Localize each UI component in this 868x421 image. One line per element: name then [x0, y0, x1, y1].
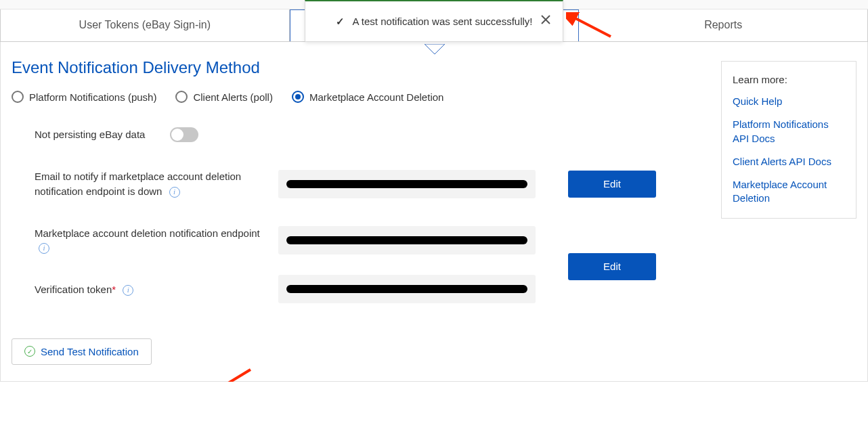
- token-label: Verification token* i: [35, 282, 278, 297]
- annotation-arrow: [566, 12, 613, 39]
- check-circle-icon: ✓: [24, 346, 35, 357]
- send-test-label: Send Test Notification: [41, 346, 139, 357]
- svg-marker-0: [425, 44, 445, 54]
- edit-email-button[interactable]: Edit: [568, 171, 656, 198]
- link-quick-help[interactable]: Quick Help: [733, 95, 845, 108]
- info-icon[interactable]: i: [39, 243, 49, 254]
- persist-label: Not persisting eBay data: [35, 127, 170, 142]
- email-label: Email to notify if marketplace account d…: [35, 169, 278, 199]
- sidebar-title: Learn more:: [733, 74, 845, 85]
- svg-line-3: [571, 16, 611, 37]
- radio-platform-notifications[interactable]: Platform Notifications (push): [12, 91, 156, 103]
- persist-toggle[interactable]: [170, 127, 198, 142]
- radio-label: Platform Notifications (push): [29, 91, 156, 103]
- endpoint-field: [278, 226, 536, 254]
- svg-line-4: [213, 370, 251, 382]
- endpoint-label: Marketplace account deletion notificatio…: [35, 226, 278, 256]
- annotation-arrow: [207, 367, 255, 382]
- toast-success: ✓ A test notification was sent successfu…: [305, 0, 563, 42]
- info-icon[interactable]: i: [169, 187, 180, 198]
- token-field: [278, 275, 536, 303]
- email-field: [278, 170, 536, 198]
- check-icon: ✓: [336, 16, 345, 28]
- radio-label: Client Alerts (poll): [193, 91, 273, 103]
- radio-marketplace-deletion[interactable]: Marketplace Account Deletion: [292, 91, 443, 103]
- link-marketplace-deletion[interactable]: Marketplace Account Deletion: [733, 178, 845, 206]
- delivery-method-radios: Platform Notifications (push) Client Ale…: [12, 91, 710, 103]
- info-icon[interactable]: i: [123, 285, 133, 296]
- link-client-docs[interactable]: Client Alerts API Docs: [733, 155, 845, 169]
- tab-reports[interactable]: Reports: [579, 9, 867, 41]
- edit-endpoint-button[interactable]: Edit: [568, 253, 656, 280]
- learn-more-panel: Learn more: Quick Help Platform Notifica…: [721, 61, 856, 219]
- radio-client-alerts[interactable]: Client Alerts (poll): [175, 91, 273, 103]
- page-title: Event Notification Delivery Method: [12, 58, 710, 77]
- radio-label: Marketplace Account Deletion: [309, 91, 443, 103]
- tab-user-tokens[interactable]: User Tokens (eBay Sign-in): [1, 9, 290, 41]
- link-platform-docs[interactable]: Platform Notifications API Docs: [733, 118, 845, 146]
- chevron-down-icon: [425, 44, 445, 58]
- close-icon[interactable]: [541, 15, 555, 28]
- toast-message: A test notification was sent successfull…: [353, 16, 533, 27]
- send-test-notification-button[interactable]: ✓ Send Test Notification: [12, 338, 152, 365]
